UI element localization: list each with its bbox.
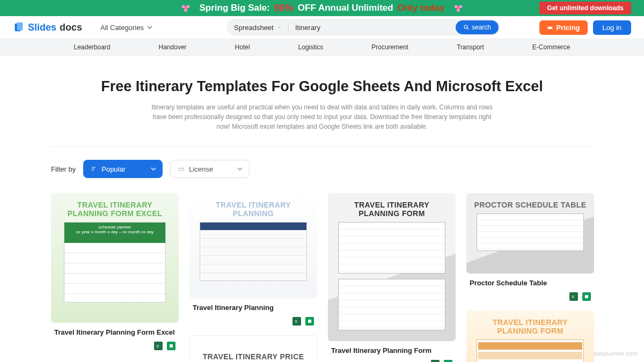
grid-col: TRAVEL ITINERARY PLANNING FORM EXCEL sch… [51, 193, 179, 350]
card-title: Travel Itinerary Planning Form Excel [51, 323, 179, 338]
promo-suffix: Only today [398, 3, 445, 13]
svg-point-10 [464, 25, 467, 28]
template-card[interactable]: TRAVEL ITINERARY PLANNING FORM Travel It… [328, 193, 456, 362]
logo-text-b: docs [60, 22, 82, 33]
grid-col: PROCTOR SCHEDULE TABLE Proctor Schedule … [466, 193, 594, 362]
card-icons: X [51, 338, 179, 350]
promo-percent: 90% [274, 3, 294, 14]
svg-rect-22 [585, 295, 588, 298]
filter-license-dropdown[interactable]: License [170, 160, 250, 178]
sort-icon [91, 166, 97, 172]
template-thumb: TRAVEL ITINERARY PLANNING [189, 193, 317, 298]
filter-popular-dropdown[interactable]: Popular [83, 160, 163, 178]
watermark: datanumen.com [593, 350, 638, 357]
grid-col: TRAVEL ITINERARY PLANNING Travel Itinera… [189, 193, 317, 362]
categories-dropdown[interactable]: All Categories [100, 24, 152, 32]
filter-label: Filter by [51, 165, 76, 173]
sheet-preview [338, 222, 445, 274]
sheets-icon[interactable] [167, 342, 175, 350]
subnav-link[interactable]: Procurement [371, 43, 408, 51]
subnav-link[interactable]: E-Commerce [532, 43, 570, 51]
card-icons: X [466, 289, 594, 301]
svg-point-5 [454, 5, 457, 9]
subnav: Leaderboard Handover Hotel Logistics Pro… [0, 39, 644, 56]
search-button[interactable]: search [456, 20, 499, 34]
sheets-icon[interactable] [305, 317, 314, 326]
header: Slidesdocs All Categories Spreadsheet se… [0, 16, 644, 39]
filter-popular-label: Popular [101, 165, 126, 173]
svg-rect-14 [92, 171, 93, 171]
sheet-preview: schedule plannerxx year x month x day – … [64, 222, 166, 302]
sheet-preview [200, 222, 307, 281]
template-card[interactable]: TRAVEL ITINERARY PRICE LIST [189, 335, 317, 362]
pricing-label: Pricing [557, 24, 580, 32]
chevron-down-icon [147, 25, 152, 30]
page-description: Itinerary templates are useful and pract… [150, 102, 494, 131]
subnav-link[interactable]: Logistics [298, 43, 324, 51]
card-title: Travel Itinerary Planning Form [328, 341, 456, 357]
chevron-down-icon [278, 25, 281, 30]
excel-icon[interactable]: X [569, 292, 578, 301]
search-icon [463, 24, 470, 31]
excel-icon[interactable]: X [431, 360, 440, 362]
template-thumb: TRAVEL ITINERARY PLANNING FORM EXCEL sch… [51, 193, 179, 323]
filter-row: Filter by Popular License [51, 146, 593, 188]
search-bar: Spreadsheet search [226, 19, 500, 36]
flower-icon [180, 2, 192, 14]
svg-text:X: X [295, 319, 298, 324]
sheets-icon[interactable] [444, 360, 452, 362]
promo-middle: OFF Annual Unlimited [298, 3, 393, 13]
svg-point-1 [182, 5, 185, 9]
sheet-preview [477, 213, 584, 251]
header-actions: Pricing Log in [539, 20, 632, 35]
subnav-link[interactable]: Leaderboard [74, 43, 110, 51]
svg-rect-13 [92, 169, 94, 169]
template-card[interactable]: TRAVEL ITINERARY PLANNING Travel Itinera… [189, 193, 317, 326]
svg-point-2 [187, 5, 190, 9]
sheet-preview [477, 339, 584, 362]
logo[interactable]: Slidesdocs [13, 21, 82, 33]
search-type-dropdown[interactable]: Spreadsheet [226, 24, 288, 32]
svg-point-3 [185, 9, 188, 12]
svg-point-7 [457, 9, 460, 12]
excel-icon[interactable]: X [292, 317, 301, 326]
subnav-link[interactable]: Hotel [235, 43, 250, 51]
svg-line-11 [467, 28, 469, 30]
promo-cta-button[interactable]: Get unlimited downloads [539, 2, 631, 14]
search-input[interactable] [289, 24, 456, 32]
svg-point-6 [459, 5, 462, 9]
subnav-link[interactable]: Transport [457, 43, 484, 51]
chevron-down-icon [237, 166, 243, 172]
promo-banner: Spring Big Sale: 90% OFF Annual Unlimite… [0, 0, 644, 16]
sheet-preview [338, 279, 445, 330]
template-thumb: PROCTOR SCHEDULE TABLE [466, 193, 594, 274]
svg-rect-18 [308, 320, 311, 323]
template-card[interactable]: PROCTOR SCHEDULE TABLE Proctor Schedule … [466, 193, 594, 301]
thumb-title: TRAVEL ITINERARY PLANNING FORM EXCEL [51, 193, 179, 222]
template-thumb: TRAVEL ITINERARY PLANNING FORM [466, 311, 594, 362]
promo-prefix: Spring Big Sale: [199, 3, 269, 13]
template-card[interactable]: TRAVEL ITINERARY PLANNING FORM EXCEL sch… [51, 193, 179, 350]
chevron-down-icon [151, 166, 156, 172]
crown-outline-icon [178, 166, 185, 172]
search-button-label: search [472, 24, 491, 31]
excel-icon[interactable]: X [154, 342, 163, 350]
search-type-label: Spreadsheet [234, 24, 274, 32]
logo-icon [13, 21, 25, 33]
page-intro: Free Itinerary Templates For Google Shee… [0, 56, 644, 146]
page: Spring Big Sale: 90% OFF Annual Unlimite… [0, 0, 644, 362]
login-button[interactable]: Log in [593, 20, 631, 35]
grid-col: TRAVEL ITINERARY PLANNING FORM Travel It… [328, 193, 456, 362]
thumb-title: TRAVEL ITINERARY PLANNING FORM [466, 311, 594, 339]
svg-rect-12 [92, 167, 96, 168]
pricing-button[interactable]: Pricing [539, 20, 588, 35]
card-icons: X [328, 357, 456, 362]
subnav-link[interactable]: Handover [159, 43, 187, 51]
thumb-title: TRAVEL ITINERARY PLANNING FORM [328, 193, 456, 222]
sheets-icon[interactable] [582, 292, 591, 301]
card-title: Travel Itinerary Planning [189, 298, 317, 314]
template-thumb: TRAVEL ITINERARY PLANNING FORM [328, 193, 456, 341]
template-card[interactable]: TRAVEL ITINERARY PLANNING FORM [466, 311, 594, 362]
thumb-title: TRAVEL ITINERARY PLANNING [189, 193, 317, 222]
svg-text:X: X [156, 344, 159, 349]
